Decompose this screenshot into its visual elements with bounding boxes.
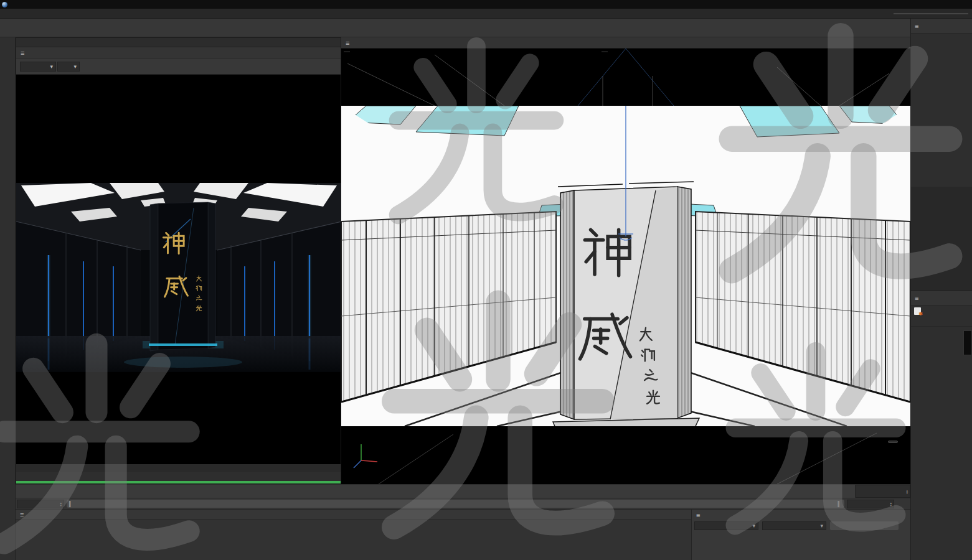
viewport-panel: ≡: [341, 37, 910, 484]
stepper-arrows-icon[interactable]: ▴▾: [890, 502, 892, 506]
kernel-select[interactable]: ▾: [57, 62, 80, 72]
range-start-spinner[interactable]: ▴▾: [17, 500, 64, 508]
live-viewer-render-canvas[interactable]: [16, 75, 341, 464]
material-menubar: ≡: [16, 510, 691, 520]
coord-mode-select[interactable]: ▾: [762, 521, 826, 530]
viewport-menubar: ≡: [341, 37, 910, 49]
application-window: ≡ ▾ ▾: [0, 0, 972, 560]
render-status-bar: [16, 472, 341, 481]
chevron-down-icon: ▾: [820, 523, 823, 529]
project-icon: [914, 307, 921, 315]
live-viewer-titlebar[interactable]: [16, 38, 341, 47]
object-manager-list: [911, 34, 972, 187]
timeline-range-row: ▴▾ ▍ ▍ ▴▾: [16, 498, 910, 509]
grid-spacing-readout: [888, 441, 898, 443]
object-manager-menubar: ≡: [911, 19, 972, 34]
coordinates-panel: ≡ ▾ ▾: [691, 509, 910, 560]
menu-icon[interactable]: ≡: [18, 511, 26, 518]
attribute-manager: ≡: [911, 290, 972, 355]
display-mode-select[interactable]: ▾: [20, 62, 56, 72]
apply-button[interactable]: [830, 521, 899, 530]
chevron-down-icon: ▾: [50, 63, 53, 70]
menu-icon[interactable]: ≡: [19, 49, 26, 57]
live-viewer-menubar: ≡: [16, 47, 341, 58]
menu-icon[interactable]: ≡: [344, 39, 351, 47]
stepper-arrows-icon[interactable]: ▴▾: [60, 502, 62, 506]
material-manager: ≡: [16, 509, 691, 560]
app-logo-icon: [2, 2, 7, 7]
live-viewer-window: ≡ ▾ ▾: [16, 37, 341, 484]
wireframe-scene: [341, 49, 910, 484]
menu-icon[interactable]: ≡: [694, 511, 702, 519]
camera-label[interactable]: [602, 51, 608, 52]
range-grip-right[interactable]: ▍: [838, 501, 842, 507]
preview-image-thumbnail: [963, 330, 972, 355]
range-end-spinner[interactable]: ▴▾: [847, 500, 894, 508]
render-pass-tabs: [16, 464, 341, 472]
project-fields: [911, 326, 972, 329]
material-list: [16, 520, 691, 521]
attribute-menubar: ≡: [911, 291, 972, 306]
node-space: [890, 13, 968, 14]
timeline-ruler-row: ▴▾: [16, 484, 910, 498]
menu-icon[interactable]: ≡: [913, 294, 920, 302]
viewport-canvas[interactable]: [341, 49, 910, 484]
node-space-select[interactable]: [894, 13, 968, 14]
info-section-heading: [911, 317, 972, 321]
menu-icon[interactable]: ≡: [913, 22, 920, 30]
chevron-down-icon: ▾: [73, 63, 77, 70]
view-label[interactable]: [344, 51, 350, 52]
main-toolbar: [0, 19, 972, 37]
main-menubar: [0, 9, 972, 19]
octane-render-image: [16, 183, 341, 372]
timeline-ruler[interactable]: [16, 485, 856, 498]
attribute-context: [911, 306, 972, 316]
current-frame-spinner[interactable]: ▴▾: [856, 485, 910, 498]
monolith: [149, 202, 217, 351]
title-bar: [0, 0, 972, 9]
range-grip-left[interactable]: ▍: [69, 501, 73, 507]
object-manager-empty-area[interactable]: [911, 187, 972, 290]
coord-space-select[interactable]: ▾: [694, 521, 758, 530]
mode-toolbar: [0, 37, 16, 560]
stepper-arrows-icon[interactable]: ▴▾: [906, 489, 908, 494]
render-progress-bar: [16, 481, 341, 483]
preview-range-slider[interactable]: ▍ ▍: [67, 500, 844, 508]
chevron-down-icon: ▾: [752, 523, 755, 529]
right-panel: ≡ ≡: [910, 19, 972, 560]
live-viewer-toolbar: ▾ ▾: [16, 58, 341, 75]
